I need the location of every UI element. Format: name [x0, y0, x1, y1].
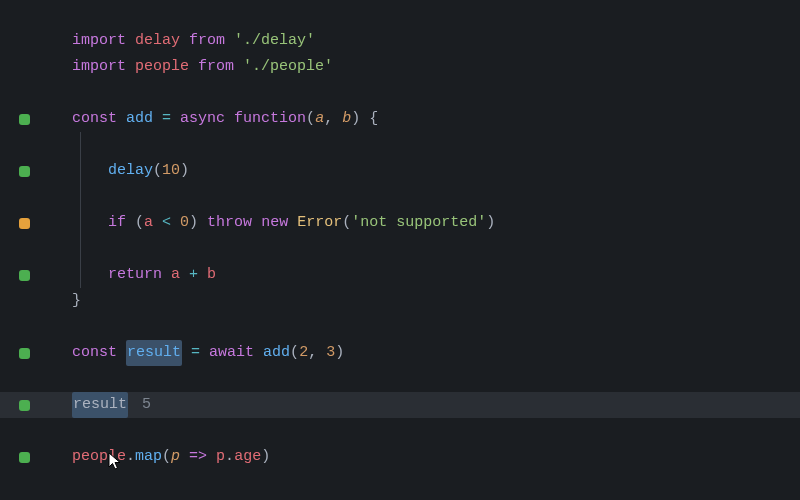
punctuation: }	[72, 288, 81, 314]
code-content: }	[48, 288, 81, 314]
keyword-if: if	[108, 210, 126, 236]
string-literal: 'not supported'	[351, 210, 486, 236]
keyword-return: return	[108, 262, 162, 288]
code-content: const result = await add(2, 3)	[48, 340, 344, 366]
parameter: a	[315, 106, 324, 132]
keyword-await: await	[209, 340, 254, 366]
indent-guide	[80, 210, 81, 236]
keyword-async: async	[180, 106, 225, 132]
code-line-blank[interactable]	[0, 366, 800, 392]
punctuation: )	[486, 210, 495, 236]
code-editor[interactable]: import delay from './delay' import peopl…	[0, 0, 800, 470]
parameter: b	[342, 106, 351, 132]
punctuation: .	[126, 444, 135, 470]
import-name: delay	[135, 28, 180, 54]
indent-guide	[80, 236, 81, 262]
coverage-dot-amber	[19, 218, 30, 229]
identifier: b	[207, 262, 216, 288]
operator: +	[180, 262, 207, 288]
code-line[interactable]: return a + b	[0, 262, 800, 288]
coverage-dot-green	[19, 166, 30, 177]
punctuation: )	[335, 340, 344, 366]
code-content: people.map(p => p.age)	[48, 444, 270, 470]
code-content: const add = async function(a, b) {	[48, 106, 378, 132]
import-name: people	[135, 54, 189, 80]
gutter	[0, 452, 48, 463]
number-literal: 0	[180, 210, 189, 236]
code-line[interactable]: delay(10)	[0, 158, 800, 184]
code-line-current[interactable]: result5	[0, 392, 800, 418]
punctuation: {	[360, 106, 378, 132]
string-literal: './people'	[243, 54, 333, 80]
keyword-const: const	[72, 106, 117, 132]
code-content: import people from './people'	[48, 54, 333, 80]
string-literal: './delay'	[234, 28, 315, 54]
identifier: a	[171, 262, 180, 288]
keyword-import: import	[72, 54, 126, 80]
code-content: result5	[48, 392, 151, 418]
code-line[interactable]: import people from './people'	[0, 54, 800, 80]
coverage-dot-green	[19, 348, 30, 359]
keyword-from: from	[189, 28, 225, 54]
code-line[interactable]: }	[0, 288, 800, 314]
punctuation: )	[189, 210, 207, 236]
code-line[interactable]: people.map(p => p.age)	[0, 444, 800, 470]
coverage-dot-green	[19, 114, 30, 125]
code-content: delay(10)	[48, 158, 189, 184]
code-line-blank[interactable]	[0, 184, 800, 210]
gutter	[0, 218, 48, 229]
code-line-blank[interactable]	[0, 80, 800, 106]
number-literal: 2	[299, 340, 308, 366]
code-content: import delay from './delay'	[48, 28, 315, 54]
code-line[interactable]: const add = async function(a, b) {	[0, 106, 800, 132]
operator: <	[153, 210, 180, 236]
punctuation: ,	[324, 106, 342, 132]
punctuation: (	[126, 210, 144, 236]
punctuation: ,	[308, 340, 326, 366]
punctuation: )	[351, 106, 360, 132]
keyword-function: function	[234, 106, 306, 132]
code-line-blank[interactable]	[0, 418, 800, 444]
keyword-const: const	[72, 340, 117, 366]
code-line[interactable]: import delay from './delay'	[0, 28, 800, 54]
code-line[interactable]: if (a < 0) throw new Error('not supporte…	[0, 210, 800, 236]
code-line[interactable]: const result = await add(2, 3)	[0, 340, 800, 366]
operator: =	[182, 340, 209, 366]
indent-guide	[80, 158, 81, 184]
keyword-from: from	[198, 54, 234, 80]
punctuation: )	[180, 158, 189, 184]
indent-guide	[80, 262, 81, 288]
number-literal: 3	[326, 340, 335, 366]
identifier: people	[72, 444, 126, 470]
identifier: add	[126, 106, 153, 132]
identifier: p	[216, 444, 225, 470]
code-content: if (a < 0) throw new Error('not supporte…	[48, 210, 495, 236]
identifier-highlighted: result	[126, 340, 182, 366]
code-content: return a + b	[48, 262, 216, 288]
identifier: a	[144, 210, 153, 236]
punctuation: (	[162, 444, 171, 470]
indent-guide	[80, 132, 81, 158]
inline-result-value: 5	[142, 392, 151, 418]
gutter	[0, 166, 48, 177]
number-literal: 10	[162, 158, 180, 184]
gutter	[0, 348, 48, 359]
code-line-blank[interactable]	[0, 236, 800, 262]
method-call: map	[135, 444, 162, 470]
gutter	[0, 270, 48, 281]
coverage-dot-green	[19, 270, 30, 281]
identifier-highlighted: result	[72, 392, 128, 418]
keyword-throw: throw	[207, 210, 252, 236]
punctuation: )	[261, 444, 270, 470]
indent-guide	[80, 184, 81, 210]
function-call: add	[263, 340, 290, 366]
punctuation: (	[342, 210, 351, 236]
arrow: =>	[180, 444, 216, 470]
keyword-import: import	[72, 28, 126, 54]
code-line-blank[interactable]	[0, 314, 800, 340]
operator: =	[153, 106, 180, 132]
code-line-blank[interactable]	[0, 132, 800, 158]
gutter	[0, 114, 48, 125]
coverage-dot-green	[19, 452, 30, 463]
class-name: Error	[297, 210, 342, 236]
